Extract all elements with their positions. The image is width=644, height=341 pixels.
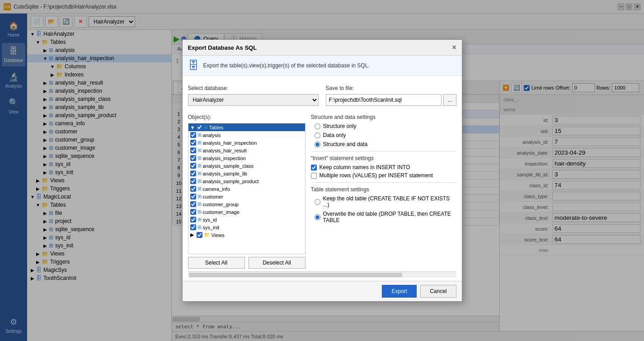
obj-check-cg[interactable] <box>190 201 196 207</box>
obj-check-ahi[interactable] <box>190 140 196 146</box>
obj-check-asc[interactable] <box>190 163 196 169</box>
obj-row-asp-obj[interactable]: ⊞ analysis_sample_product <box>188 177 305 185</box>
table-icon-sysid-obj: ⊞ <box>197 217 202 223</box>
obj-expand-views[interactable]: ▶ <box>190 232 197 238</box>
obj-check-sysinit[interactable] <box>190 224 196 230</box>
obj-row-cg-obj[interactable]: ⊞ customer_group <box>188 200 305 208</box>
db-export-icon: 🗄 <box>188 59 199 72</box>
obj-label-ahr: analysis_hair_result <box>203 148 247 153</box>
obj-check-analysis[interactable] <box>190 132 196 138</box>
radio-row-data-only[interactable]: Data only <box>315 132 456 138</box>
structure-settings-label: Structure and data settings <box>311 114 456 120</box>
cancel-btn-modal[interactable]: Cancel <box>420 285 456 298</box>
table-icon-ahr-obj: ⊞ <box>197 147 202 153</box>
obj-check-cust[interactable] <box>190 194 196 199</box>
insert-settings-label: "Insert" statement settings <box>311 155 456 161</box>
table-icon-asc-obj: ⊞ <box>197 163 202 169</box>
modal-scrollbar[interactable] <box>188 271 456 278</box>
obj-label-tables: Tables <box>209 125 224 130</box>
obj-check-ahr[interactable] <box>190 147 196 153</box>
obj-label-asl: analysis_sample_lib <box>203 171 247 176</box>
export-btn-modal[interactable]: Export <box>382 285 417 298</box>
obj-row-ci-obj[interactable]: ⊞ camera_info <box>188 185 305 193</box>
modal-settings-col: Structure and data settings Structure on… <box>311 110 456 269</box>
radio-structure-only[interactable] <box>315 123 320 129</box>
obj-label-sysid: sys_id <box>203 217 217 223</box>
radio-label-keep-old: Keep the old table (CREATE TABLE IF NOT … <box>323 195 456 208</box>
objects-tree[interactable]: ▼ ⊞ Tables ⊞ analysis <box>188 123 306 254</box>
obj-label-views: Views <box>212 232 225 238</box>
obj-check-asl[interactable] <box>190 170 196 176</box>
obj-check-ci[interactable] <box>190 186 196 192</box>
modal-info-bar: 🗄 Export the table(s),view(s),trigger(s)… <box>183 56 462 76</box>
table-icon-cg-obj: ⊞ <box>197 201 202 207</box>
obj-row-cimg-obj[interactable]: ⊞ customer_image <box>188 208 305 216</box>
obj-label-asp: analysis_sample_product <box>203 179 259 184</box>
modal-footer: Export Cancel <box>183 281 462 301</box>
obj-label-cimg: customer_image <box>203 209 240 215</box>
folder-icon-views-obj: 📁 <box>204 232 210 238</box>
table-icon-sysinit-obj: ⊞ <box>197 224 202 230</box>
modal-scroll-thumb[interactable] <box>189 273 402 277</box>
checkbox-label-keep-col: Keep column names in INSERT INTO <box>320 164 410 170</box>
obj-label-ahi: analysis_hair_inspection <box>203 140 257 146</box>
checkbox-multiple-rows[interactable] <box>311 173 317 179</box>
obj-check-asp[interactable] <box>190 178 196 184</box>
deselect-all-btn[interactable]: Deselect All <box>249 257 306 269</box>
save-path-input[interactable]: F:\project\db\ToothScanInit.sql <box>326 94 442 106</box>
radio-keep-old[interactable] <box>315 199 320 205</box>
radio-row-structure-only[interactable]: Structure only <box>315 123 456 129</box>
obj-row-tables[interactable]: ▼ ⊞ Tables <box>188 123 305 131</box>
obj-row-ainsp[interactable]: ⊞ analysis_inspection <box>188 154 305 162</box>
checkbox-label-multiple-rows: Multiple rows (VALUES) per INSERT statem… <box>320 172 433 179</box>
obj-check-sysid[interactable] <box>190 217 196 223</box>
obj-label-cg: customer_group <box>203 202 239 207</box>
modal-title: Export Database As SQL <box>188 44 257 51</box>
radio-row-overwrite[interactable]: Overwrite the old table (DROP TABLE, the… <box>315 211 456 223</box>
modal-two-col: Object(s): ▼ ⊞ Tables ⊞ <box>188 110 456 269</box>
radio-structure-data[interactable] <box>315 142 320 147</box>
modal-objects-col: Object(s): ▼ ⊞ Tables ⊞ <box>188 110 306 269</box>
structure-radio-group: Structure only Data only Structure and d… <box>315 123 456 147</box>
radio-row-keep-old[interactable]: Keep the old table (CREATE TABLE IF NOT … <box>315 195 456 208</box>
checkbox-row-keep-col[interactable]: Keep column names in INSERT INTO <box>311 164 456 170</box>
radio-overwrite[interactable] <box>315 214 320 220</box>
table-grid-icon: ⊞ <box>204 124 208 130</box>
obj-row-asc-obj[interactable]: ⊞ analysis_sample_class <box>188 162 305 170</box>
table-icon-cimg-obj: ⊞ <box>197 209 202 215</box>
modal-close-btn[interactable]: × <box>452 43 456 52</box>
obj-check-cimg[interactable] <box>190 209 196 215</box>
radio-row-structure-data[interactable]: Structure and data <box>315 141 456 147</box>
obj-label-asc: analysis_sample_class <box>203 163 254 169</box>
obj-check-tables[interactable] <box>197 124 202 130</box>
obj-label-ci: camera_info <box>203 186 230 192</box>
table-icon-ahi-obj: ⊞ <box>197 140 202 146</box>
obj-row-views[interactable]: ▶ 📁 Views <box>188 231 305 239</box>
obj-row-ahi[interactable]: ⊞ analysis_hair_inspection <box>188 139 305 147</box>
obj-label-analysis: analysis <box>203 133 221 138</box>
obj-check-ainsp[interactable] <box>190 155 196 161</box>
checkbox-row-multiple-rows[interactable]: Multiple rows (VALUES) per INSERT statem… <box>311 172 456 179</box>
db-select[interactable]: HairAnalyzer <box>188 94 319 106</box>
table-icon-cust-obj: ⊞ <box>197 194 202 199</box>
obj-row-sysinit-obj[interactable]: ⊞ sys_init <box>188 223 305 231</box>
obj-label-ainsp: analysis_inspection <box>203 156 246 161</box>
obj-row-cust-obj[interactable]: ⊞ customer <box>188 193 305 200</box>
obj-check-views[interactable] <box>197 232 202 238</box>
browse-btn[interactable]: ... <box>443 94 456 106</box>
radio-data-only[interactable] <box>315 133 320 138</box>
modal-info-text: Export the table(s),view(s),trigger(s) o… <box>203 62 370 69</box>
obj-row-asl-obj[interactable]: ⊞ analysis_sample_lib <box>188 170 305 177</box>
select-all-btn[interactable]: Select All <box>188 257 245 269</box>
checkbox-keep-col[interactable] <box>311 165 317 170</box>
obj-row-analysis[interactable]: ⊞ analysis <box>188 131 305 139</box>
obj-row-sysid-obj[interactable]: ⊞ sys_id <box>188 216 305 223</box>
modal-overlay[interactable]: Export Database As SQL × 🗄 Export the ta… <box>0 0 644 341</box>
table-icon-asl-obj: ⊞ <box>197 170 202 176</box>
obj-row-ahr[interactable]: ⊞ analysis_hair_result <box>188 147 305 154</box>
table-icon-analysis-obj: ⊞ <box>197 132 202 138</box>
modal-body: Select database: HairAnalyzer Save to fi… <box>183 76 462 281</box>
table-icon-ainsp-obj: ⊞ <box>197 155 202 161</box>
radio-label-structure-only: Structure only <box>323 123 357 129</box>
obj-expand-tables[interactable]: ▼ <box>190 125 197 130</box>
